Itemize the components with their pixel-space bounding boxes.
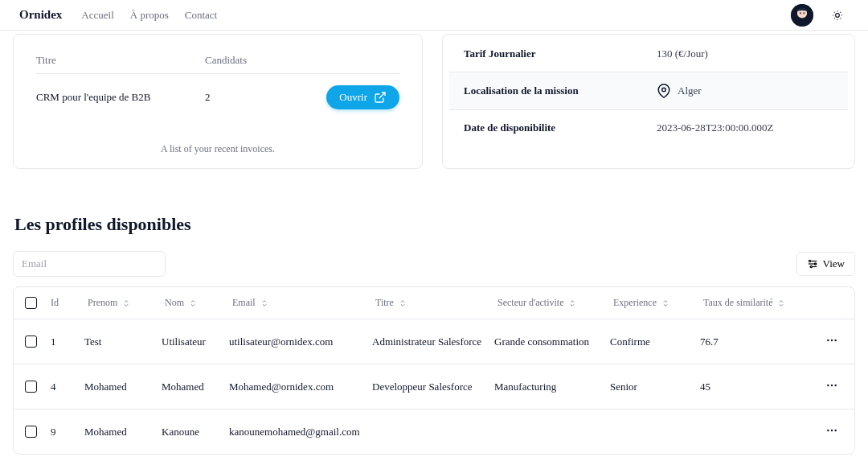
dots-icon: [825, 379, 838, 392]
cell-prenom: Test: [84, 335, 162, 348]
svg-point-22: [831, 340, 833, 341]
sort-icon: [260, 299, 268, 307]
table-header: Id Prenom Nom Email Titre Secteur d'acti…: [14, 287, 854, 319]
theme-toggle-button[interactable]: [826, 4, 849, 27]
svg-point-24: [827, 385, 829, 386]
col-title-header: Titre: [36, 54, 205, 67]
cell-secteur: Manufacturing: [494, 381, 610, 393]
svg-point-29: [834, 430, 836, 431]
cell-titre: Administrateur Salesforce: [372, 335, 494, 348]
svg-line-7: [834, 11, 835, 12]
sort-nom[interactable]: Nom: [162, 295, 200, 311]
cell-nom: Mohamed: [162, 381, 229, 393]
cell-taux: 45: [700, 381, 796, 393]
svg-point-18: [809, 260, 810, 261]
cell-nom: Utilisateur: [162, 335, 229, 348]
view-button[interactable]: View: [796, 252, 855, 276]
svg-point-27: [827, 430, 829, 431]
cell-nom: Kanoune: [162, 426, 229, 438]
row-checkbox[interactable]: [25, 426, 37, 438]
row-menu-button[interactable]: [821, 377, 843, 396]
table-row: 4 Mohamed Mohamed Mohamed@ornidex.com De…: [14, 364, 854, 410]
nav-contact[interactable]: Contact: [185, 9, 217, 22]
cell-email: utilisateur@ornidex.com: [229, 335, 372, 348]
svg-point-26: [834, 385, 836, 386]
sort-icon: [777, 299, 785, 307]
cell-exp: Senior: [610, 381, 700, 393]
invoice-caption: A list of your recent invoices.: [36, 143, 399, 155]
avail-value: 2023-06-28T23:00:00.000Z: [657, 121, 774, 134]
info-card: Tarif Journalier 130 (€/Jour) Localisati…: [442, 34, 855, 169]
sort-prenom[interactable]: Prenom: [84, 295, 133, 311]
select-all-checkbox[interactable]: [25, 297, 37, 309]
cell-id: 1: [51, 335, 84, 348]
svg-point-20: [810, 265, 812, 267]
svg-point-21: [827, 340, 829, 341]
dots-icon: [825, 424, 838, 437]
row-menu-button[interactable]: [821, 332, 843, 351]
cell-prenom: Mohamed: [84, 381, 162, 393]
view-label: View: [823, 257, 845, 270]
sort-icon: [122, 299, 130, 307]
open-button[interactable]: Ouvrir: [326, 85, 399, 109]
svg-point-23: [834, 340, 836, 341]
sort-icon: [399, 299, 407, 307]
col-id: Id: [51, 297, 84, 309]
svg-point-28: [831, 430, 833, 431]
location-value: Alger: [678, 84, 702, 97]
section-title: Les profiles disponibles: [14, 214, 855, 235]
row-menu-button[interactable]: [821, 422, 843, 441]
svg-point-2: [800, 12, 801, 14]
svg-point-3: [803, 12, 805, 14]
top-nav: Accueil À propos Contact: [81, 9, 217, 22]
nav-about[interactable]: À propos: [130, 9, 169, 22]
nav-home[interactable]: Accueil: [81, 9, 113, 22]
svg-line-12: [840, 11, 841, 12]
cell-email: Mohamed@ornidex.com: [229, 381, 372, 393]
avatar[interactable]: [791, 4, 813, 27]
sun-icon: [832, 10, 843, 21]
profiles-table: Id Prenom Nom Email Titre Secteur d'acti…: [13, 286, 855, 455]
sort-email[interactable]: Email: [229, 295, 272, 311]
rate-value: 130 (€/Jour): [657, 47, 708, 60]
sort-icon: [661, 299, 669, 307]
sliders-icon: [807, 258, 818, 270]
sort-titre[interactable]: Titre: [372, 295, 410, 311]
cell-titre: Developpeur Salesforce: [372, 381, 494, 393]
cell-prenom: Mohamed: [84, 426, 162, 438]
cell-exp: Confirme: [610, 335, 700, 348]
avail-label: Date de disponibilite: [464, 121, 657, 134]
sort-exp[interactable]: Experience: [610, 295, 673, 311]
open-label: Ouvrir: [339, 91, 367, 104]
svg-line-8: [840, 18, 841, 19]
row-checkbox[interactable]: [25, 381, 37, 393]
svg-line-11: [834, 18, 835, 19]
table-row: 1 Test Utilisateur utilisateur@ornidex.c…: [14, 319, 854, 364]
location-label: Localisation de la mission: [464, 84, 657, 97]
app-header: Ornidex Accueil À propos Contact: [0, 0, 868, 31]
cell-secteur: Grande consommation: [494, 335, 610, 348]
map-pin-icon: [657, 84, 671, 98]
invoice-count: 2: [205, 91, 317, 104]
svg-line-13: [379, 93, 385, 98]
sort-taux[interactable]: Taux de similarité: [700, 295, 788, 311]
col-candidates-header: Candidats: [205, 54, 247, 67]
svg-point-14: [662, 88, 666, 92]
sort-icon: [568, 299, 576, 307]
logo: Ornidex: [19, 8, 62, 22]
sort-secteur[interactable]: Secteur d'activite: [494, 295, 579, 311]
cell-taux: 76.7: [700, 335, 796, 348]
cell-id: 4: [51, 381, 84, 393]
rate-label: Tarif Journalier: [464, 47, 657, 60]
external-link-icon: [374, 91, 387, 104]
invoice-card: Titre Candidats CRM pour l'equipe de B2B…: [13, 34, 423, 169]
svg-point-25: [831, 385, 833, 386]
email-filter-input[interactable]: [13, 251, 166, 277]
table-row: 9 Mohamed Kanoune kanounemohamed@gmail.c…: [14, 410, 854, 454]
cell-email: kanounemohamed@gmail.com: [229, 426, 372, 438]
row-checkbox[interactable]: [25, 335, 37, 348]
cell-id: 9: [51, 426, 84, 438]
svg-point-4: [836, 13, 840, 17]
dots-icon: [825, 334, 838, 347]
sort-icon: [189, 299, 197, 307]
